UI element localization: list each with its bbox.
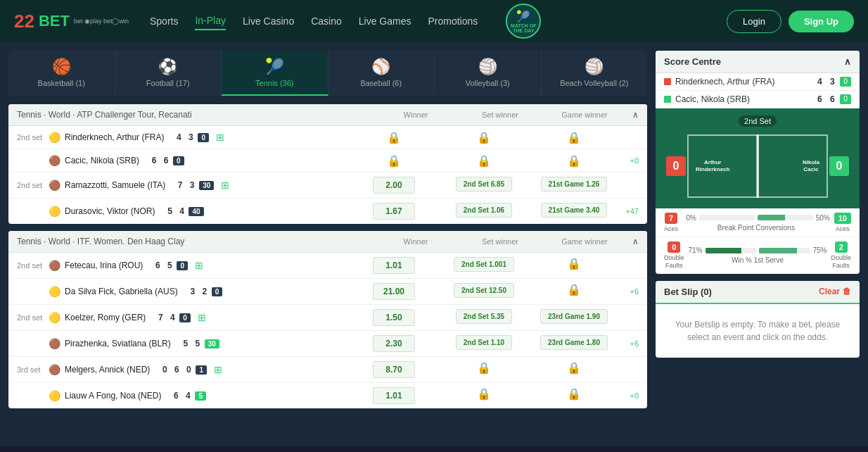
match-of-the-day-badge[interactable]: 🎾 MATCH OF THE DAY: [506, 4, 541, 39]
odds-pirazhenka-winner[interactable]: 2.30: [373, 335, 415, 352]
odds-btn-set-p2[interactable]: 2nd Set 1.06: [456, 203, 512, 218]
nav-promotions[interactable]: Promotions: [428, 13, 478, 30]
odds-btn-winner-p2[interactable]: 1.67: [373, 203, 415, 220]
stat-bp-bar: [699, 215, 755, 220]
header: 22BET bet ◉play bet◯win Sports In-Play L…: [0, 0, 868, 42]
odds-btn-game-p1[interactable]: 21st Game 1.26: [541, 177, 608, 192]
score-centre-collapse[interactable]: ∧: [844, 56, 851, 67]
set-label2: 2nd set: [17, 181, 49, 189]
stats-row-faults: 0 DoubleFaults 71% 75% Win % 1st S: [656, 237, 860, 274]
odds-koelzer-game[interactable]: 23rd Game 1.90: [540, 309, 608, 324]
clear-label: Clear: [819, 287, 840, 296]
odds-setwinner-p1: 🔒: [442, 131, 526, 144]
stat-aces-left: 7: [665, 213, 677, 224]
itf-collapse-icon[interactable]: ∧: [632, 237, 639, 246]
login-button[interactable]: Login: [727, 10, 781, 33]
odds-liauw-winner[interactable]: 1.01: [373, 387, 415, 404]
match-ramazzotti-durasovic: 2nd set 🟤 Ramazzotti, Samuele (ITA) 7 3 …: [8, 172, 647, 224]
tab-football[interactable]: ⚽ Football (17): [115, 51, 222, 96]
tab-baseball[interactable]: ⚾ Baseball (6): [328, 51, 435, 96]
football-icon: ⚽: [158, 58, 177, 76]
flag-fra: [664, 78, 671, 85]
tab-volleyball[interactable]: 🏐 Volleyball (3): [435, 51, 542, 96]
court-player-right: NikolaCacic: [803, 159, 819, 172]
sc-player1-name: Rinderknech, Arthur (FRA): [675, 77, 810, 87]
more-itf1[interactable]: +6: [619, 287, 639, 296]
nav-casino[interactable]: Casino: [311, 13, 342, 30]
itf-section: Tennis · World · ITF. Women. Den Haag Cl…: [8, 231, 647, 408]
tab-beach-volleyball[interactable]: 🏐 Beach Volleyball (2): [542, 51, 648, 96]
right-panel: Score Centre ∧ Rinderknech, Arthur (FRA)…: [656, 51, 860, 438]
odds-dasilva-set[interactable]: 2nd Set 12.50: [454, 283, 514, 298]
odds-fetecau-winner[interactable]: 1.01: [373, 257, 415, 274]
odds-fetecau-set[interactable]: 2nd Set 1.001: [454, 257, 514, 272]
left-panel: 🏀 Basketball (1) ⚽ Football (17) 🎾 Tenni…: [8, 51, 647, 438]
odds-btn-game-p2[interactable]: 21st Game 3.40: [541, 203, 608, 218]
court-score-left: 0: [666, 156, 686, 176]
odds-koelzer-winner[interactable]: 1.50: [373, 309, 415, 326]
odds-setwinner-p2: 🔒: [442, 154, 526, 168]
odds-pirazhenka-set[interactable]: 2nd Set 1.10: [456, 335, 512, 350]
itf-col-game: Game winner: [542, 237, 627, 246]
match-row-player2: 🟤 Cacic, Nikola (SRB) 6 6 0 🔒: [8, 149, 647, 172]
player1-scores: 4 3 0: [174, 132, 209, 142]
stat-bp-pct-left: 0%: [681, 214, 696, 222]
clear-button[interactable]: Clear 🗑: [819, 287, 851, 296]
odds-gamewinner-p2: 🔒: [532, 154, 616, 168]
stat-aces-right: 10: [834, 213, 851, 224]
stat-bp-pct-right: 50%: [816, 214, 831, 222]
sc-player2-scores: 6 6 0: [815, 94, 851, 104]
nav-inplay[interactable]: In-Play: [195, 12, 226, 30]
match-melgers: 3rd set 🟤 Melgers, Annick (NED) 0 6 0 1: [8, 357, 647, 408]
player1-name: Rinderknech, Arthur (FRA): [65, 132, 164, 142]
match-fetecau: 2nd set 🟤 Fetecau, Irina (ROU) 6 5 0 ⊞: [8, 253, 647, 305]
bet-slip-empty: Your Betslip is empty. To make a bet, pl…: [656, 304, 860, 358]
match-rinderknech-cacic: 2nd set 🟡 Rinderknech, Arthur (FRA) 4 3 …: [8, 126, 647, 172]
atp-section-header: Tennis · World · ATP Challenger Tour, Re…: [8, 104, 647, 126]
stats-row-aces: 7 Aces 0% 50% Break Point Conversi: [656, 208, 860, 237]
tab-basketball-label: Basketball (1): [38, 79, 85, 87]
odds-winner-p1: 🔒: [352, 131, 436, 144]
odds-dasilva-winner[interactable]: 21.00: [373, 283, 415, 300]
set-label: 2nd set: [17, 133, 49, 142]
header-actions: Login Sign Up: [727, 10, 854, 33]
nav-sports[interactable]: Sports: [150, 13, 178, 30]
logo-22: 22: [14, 11, 34, 32]
court-player-left: ArthurRinderknech: [696, 159, 729, 172]
itf-col-winner: Winner: [374, 237, 458, 246]
odds-melgers-winner[interactable]: 8.70: [373, 361, 415, 378]
odds-btn-set-p1[interactable]: 2nd Set 6.85: [456, 177, 512, 192]
tab-basketball[interactable]: 🏀 Basketball (1): [8, 51, 115, 96]
signup-button[interactable]: Sign Up: [789, 11, 854, 32]
tennis-icon: 🎾: [265, 58, 284, 76]
nav-live-games[interactable]: Live Games: [359, 13, 411, 30]
nav-live-casino[interactable]: Live Casino: [243, 13, 294, 30]
more-odds-count[interactable]: +0: [619, 156, 639, 165]
tab-tennis-label: Tennis (36): [255, 79, 293, 87]
col-set-winner: Set winner: [458, 111, 542, 119]
atp-collapse-icon[interactable]: ∧: [632, 110, 639, 120]
logo-sub: bet ◉play bet◯win: [74, 18, 129, 25]
grid-icon2: ⊞: [221, 180, 229, 191]
atp-col-headers: Winner Set winner Game winner: [374, 111, 627, 119]
more-itf2[interactable]: +6: [619, 339, 639, 348]
p1-info2: 🟤 Ramazzotti, Samuele (ITA) 7 3 30 ⊞: [49, 178, 352, 192]
itf-col-set: Set winner: [458, 237, 542, 246]
sc-player2-row: Cacic, Nikola (SRB) 6 6 0: [656, 91, 860, 108]
p1-row2: 🟤 Ramazzotti, Samuele (ITA) 7 3 30 ⊞: [49, 178, 352, 192]
stat-df-right: 2: [835, 241, 848, 253]
logo-bet: BET: [39, 12, 70, 30]
odds-btn-winner-p1[interactable]: 2.00: [373, 177, 415, 194]
tab-tennis[interactable]: 🎾 Tennis (36): [222, 51, 328, 96]
more-itf3[interactable]: +0: [619, 391, 639, 400]
score-centre-title: Score Centre: [664, 56, 721, 67]
odds-koelzer-set[interactable]: 2nd Set 5.35: [456, 309, 512, 324]
tennis-court: 2nd Set ArthurRinderknech NikolaCacic 0: [656, 108, 860, 208]
bet-slip: Bet Slip (0) Clear 🗑 Your Betslip is emp…: [656, 281, 860, 358]
stat-ws-pct-right: 75%: [812, 246, 828, 254]
grid-icon: ⊞: [216, 132, 224, 143]
col-game-winner: Game winner: [542, 111, 627, 119]
main-layout: 🏀 Basketball (1) ⚽ Football (17) 🎾 Tenni…: [0, 42, 868, 446]
odds-pirazhenka-game[interactable]: 23rd Game 1.80: [540, 335, 608, 350]
more-odds2[interactable]: +47: [619, 207, 639, 215]
